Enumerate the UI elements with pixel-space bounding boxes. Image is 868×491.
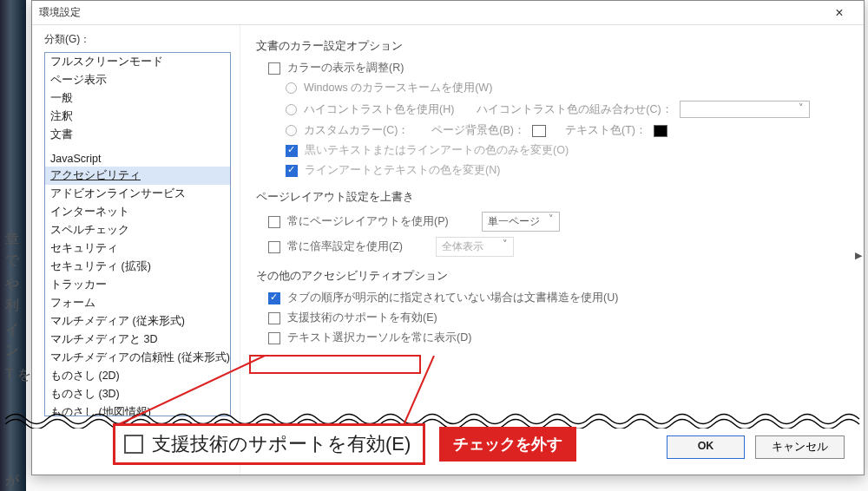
category-item[interactable]: 文書	[45, 126, 230, 144]
checkbox-label: 黒いテキストまたはラインアートの色のみを変更(O)	[305, 143, 569, 158]
category-label: 分類(G)：	[44, 32, 231, 47]
category-item[interactable]: セキュリティ (拡張)	[45, 258, 230, 276]
text-color-label: テキスト色(T)：	[565, 123, 647, 138]
checkbox-label: 支援技術のサポートを有効(E)	[287, 311, 437, 325]
checkbox-label: 常に倍率設定を使用(Z)	[287, 239, 403, 254]
category-item[interactable]: インターネット	[45, 203, 230, 221]
category-item[interactable]: フォーム	[45, 294, 230, 312]
sidebar: 分類(G)： フルスクリーンモード ページ表示 一般 注釈 文書 JavaScr…	[32, 25, 240, 475]
category-item[interactable]: トラッカー	[45, 276, 230, 294]
ok-button[interactable]: OK	[667, 435, 745, 459]
category-item[interactable]: マルチメディアの信頼性 (従来形式)	[45, 349, 230, 367]
checkbox-tab-order[interactable]	[268, 292, 280, 304]
hc-combo[interactable]	[680, 101, 810, 118]
checkbox-label: 常にページレイアウトを使用(P)	[287, 214, 449, 229]
cancel-button[interactable]: キャンセル	[755, 435, 845, 459]
text-color-swatch[interactable]	[654, 125, 667, 137]
callout-text: 支援技術のサポートを有効(E)	[152, 431, 411, 457]
category-item[interactable]: ものさし (2D)	[45, 367, 230, 385]
radio-label: ハイコントラスト色を使用(H)	[304, 102, 454, 117]
hc-combo-label: ハイコントラスト色の組み合わせ(C)：	[477, 102, 672, 117]
checkbox-label: テキスト選択カーソルを常に表示(D)	[287, 331, 471, 345]
category-item[interactable]: ページ表示	[45, 71, 230, 89]
category-item[interactable]: JavaScript	[45, 151, 230, 167]
section-color-title: 文書のカラー設定オプション	[256, 39, 848, 54]
section-other-title: その他のアクセシビリティオプション	[256, 269, 848, 284]
checkbox-label: ラインアートとテキストの色を変更(N)	[305, 163, 500, 178]
checkbox-always-zoom[interactable]	[268, 241, 280, 253]
preferences-dialog: 環境設定 × 分類(G)： フルスクリーンモード ページ表示 一般 注釈 文書 …	[31, 0, 865, 475]
checkbox-assistive-support[interactable]	[268, 312, 280, 324]
background-text: 章 で や 利 イ ン T を が 重 現 在	[0, 226, 35, 491]
page-bg-label: ページ背景色(B)：	[431, 123, 525, 138]
checkbox-cursor[interactable]	[268, 332, 280, 344]
callout-checkbox-icon	[124, 435, 143, 454]
section-layout-title: ページレイアウト設定を上書き	[256, 190, 848, 205]
category-item[interactable]: 注釈	[45, 108, 230, 126]
checkbox-lineart[interactable]	[286, 165, 298, 177]
category-item[interactable]: アドビオンラインサービス	[45, 185, 230, 203]
scroll-indicator-icon: ▶	[855, 250, 862, 261]
category-item[interactable]: マルチメディアと 3D	[45, 331, 230, 349]
category-item[interactable]: 一般	[45, 89, 230, 108]
zoom-combo[interactable]: 全体表示	[436, 237, 514, 257]
dialog-title: 環境設定	[39, 5, 81, 20]
checkbox-adjust-color[interactable]	[268, 62, 280, 75]
category-item[interactable]: ものさし (3D)	[45, 385, 230, 403]
callout: 支援技術のサポートを有効(E) チェックを外す	[113, 423, 576, 465]
highlight-assistive	[249, 355, 421, 374]
callout-zoom-box: 支援技術のサポートを有効(E)	[113, 423, 425, 465]
category-list[interactable]: フルスクリーンモード ページ表示 一般 注釈 文書 JavaScript アクセ…	[44, 52, 231, 416]
callout-instruction: チェックを外す	[439, 427, 576, 462]
radio-high-contrast[interactable]	[286, 104, 297, 115]
category-item[interactable]: セキュリティ	[45, 239, 230, 258]
radio-label: Windows のカラースキームを使用(W)	[304, 81, 492, 95]
checkbox-label: タブの順序が明示的に指定されていない場合は文書構造を使用(U)	[287, 291, 618, 305]
category-item-selected[interactable]: アクセシビリティ	[45, 167, 230, 185]
radio-custom-color[interactable]	[286, 125, 297, 136]
category-item[interactable]: フルスクリーンモード	[45, 53, 230, 71]
category-item[interactable]: スペルチェック	[45, 221, 230, 239]
page-bg-swatch[interactable]	[532, 125, 546, 137]
checkbox-always-layout[interactable]	[268, 216, 280, 228]
dialog-buttons: OK キャンセル	[667, 435, 845, 459]
radio-windows-scheme[interactable]	[286, 82, 297, 94]
layout-combo[interactable]: 単一ページ	[482, 212, 560, 232]
category-item[interactable]: マルチメディア (従来形式)	[45, 312, 230, 331]
titlebar: 環境設定 ×	[32, 1, 864, 25]
checkbox-label: カラーの表示を調整(R)	[287, 61, 404, 75]
radio-label: カスタムカラー(C)：	[304, 123, 409, 138]
main-panel: 文書のカラー設定オプション カラーの表示を調整(R) Windows のカラース…	[240, 25, 864, 475]
close-button[interactable]: ×	[822, 5, 857, 21]
checkbox-black-only[interactable]	[286, 145, 298, 157]
